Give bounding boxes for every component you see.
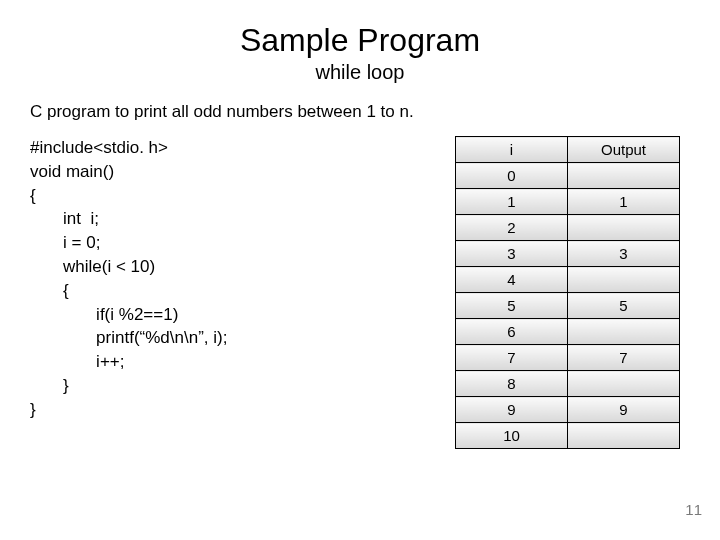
cell-output: [568, 319, 680, 345]
cell-i: 5: [456, 293, 568, 319]
cell-output: 1: [568, 189, 680, 215]
table-row: 77: [456, 345, 680, 371]
table-row: 0: [456, 163, 680, 189]
cell-output: 9: [568, 397, 680, 423]
cell-output: [568, 371, 680, 397]
table-row: 11: [456, 189, 680, 215]
table-header-i: i: [456, 137, 568, 163]
cell-output: 7: [568, 345, 680, 371]
cell-i: 7: [456, 345, 568, 371]
table-row: 10: [456, 423, 680, 449]
slide-title: Sample Program: [30, 22, 690, 59]
cell-i: 0: [456, 163, 568, 189]
code-block: #include<stdio. h> void main() { int i; …: [30, 136, 455, 449]
slide-description: C program to print all odd numbers betwe…: [30, 102, 690, 122]
slide-subtitle: while loop: [30, 61, 690, 84]
table-row: 55: [456, 293, 680, 319]
cell-i: 2: [456, 215, 568, 241]
cell-output: [568, 267, 680, 293]
cell-i: 10: [456, 423, 568, 449]
cell-output: 5: [568, 293, 680, 319]
trace-table: i Output 0 11 2 33 4 55 6 77 8 99 10: [455, 136, 680, 449]
page-number: 11: [685, 501, 702, 518]
table-row: 33: [456, 241, 680, 267]
table-row: 99: [456, 397, 680, 423]
cell-output: [568, 163, 680, 189]
cell-output: [568, 215, 680, 241]
cell-output: 3: [568, 241, 680, 267]
cell-i: 3: [456, 241, 568, 267]
table-row: 6: [456, 319, 680, 345]
table-row: 2: [456, 215, 680, 241]
content-area: #include<stdio. h> void main() { int i; …: [30, 136, 690, 449]
cell-i: 4: [456, 267, 568, 293]
cell-i: 9: [456, 397, 568, 423]
table-row: 4: [456, 267, 680, 293]
cell-i: 6: [456, 319, 568, 345]
cell-i: 8: [456, 371, 568, 397]
cell-i: 1: [456, 189, 568, 215]
table-row: 8: [456, 371, 680, 397]
cell-output: [568, 423, 680, 449]
table-header-output: Output: [568, 137, 680, 163]
